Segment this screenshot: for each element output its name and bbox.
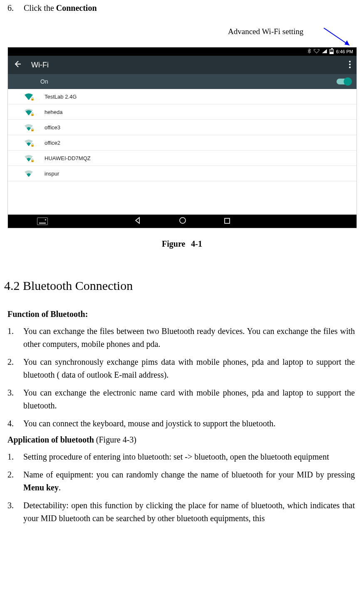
wifi-network-name: office3 [45, 124, 60, 131]
nav-back-icon[interactable] [134, 217, 141, 226]
step-number: 6. [7, 3, 22, 13]
wifi-toggle-row[interactable]: On [8, 74, 357, 89]
list-number: 3. [7, 386, 23, 412]
overflow-menu-icon[interactable] [349, 61, 351, 69]
keyboard-icon[interactable] [37, 218, 48, 225]
svg-point-5 [180, 218, 186, 223]
list-text: You can exchange the files between two B… [23, 325, 355, 351]
wifi-toggle-switch[interactable] [337, 79, 351, 84]
wifi-signal-icon: 🔒 [25, 109, 33, 115]
list-number: 4. [7, 417, 23, 430]
toggle-label: On [40, 78, 48, 85]
list-item: 2.You can synchronously exchange pims da… [7, 356, 355, 381]
lock-icon: 🔒 [30, 128, 35, 131]
list-item: 3.Detectability: open this function by c… [7, 499, 355, 525]
instruction-step: 6. Click the Connection [7, 3, 361, 13]
application-list: 1.Setting procedure of entering into blu… [7, 450, 355, 525]
lock-icon: 🔒 [30, 112, 35, 116]
application-heading-bold: Application of bluetooth [7, 435, 94, 444]
step-bold: Connection [56, 3, 97, 12]
figure-number: 4-1 [191, 239, 202, 248]
list-text: Name of equipment: you can randomly chan… [23, 468, 355, 494]
wifi-network-row[interactable]: 🔒office2 [8, 135, 357, 151]
wifi-signal-icon: 🔒 [25, 155, 33, 161]
list-number: 1. [7, 325, 23, 351]
nav-home-icon[interactable] [179, 217, 186, 226]
figure-label: Figure [162, 239, 185, 248]
battery-icon [329, 49, 334, 54]
list-text: You can exchange the electronic name car… [23, 386, 355, 412]
wifi-network-name: HUAWEI-DD7MQZ [45, 155, 91, 161]
wifi-network-list: 🔒TestLab 2.4G🔒heheda🔒office3🔒office2🔒HUA… [8, 89, 357, 181]
function-list: 1.You can exchange the files between two… [7, 325, 355, 430]
list-number: 2. [7, 356, 23, 381]
function-heading: Function of Bluetooth: [7, 309, 361, 319]
back-icon[interactable] [14, 60, 21, 70]
wifi-signal-icon: 🔒 [25, 124, 33, 131]
wifi-network-row[interactable]: 🔒office3 [8, 120, 357, 135]
wifi-signal-icon: 🔒 [25, 93, 33, 100]
svg-rect-6 [225, 218, 230, 223]
svg-point-3 [349, 64, 351, 65]
wifi-signal-icon [25, 170, 33, 177]
wifi-network-row[interactable]: 🔒HUAWEI-DD7MQZ [8, 151, 357, 166]
appbar-title: Wi-Fi [31, 61, 49, 69]
list-item: 4.You can connect the keyboard, mouse an… [7, 417, 355, 430]
blank-area [8, 181, 357, 215]
wifi-status-icon [314, 49, 319, 54]
list-item: 3.You can exchange the electronic name c… [7, 386, 355, 412]
figure-caption: Figure4-1 [3, 239, 361, 249]
list-text: You can connect the keyboard, mouse and … [23, 417, 355, 430]
wifi-network-name: office2 [45, 140, 60, 146]
list-text: You can synchronously exchange pims data… [23, 356, 355, 381]
application-heading: Application of bluetooth (Figure 4-3) [7, 435, 361, 445]
list-number: 2. [7, 468, 23, 494]
wifi-signal-icon: 🔒 [25, 139, 33, 146]
svg-point-4 [349, 67, 351, 68]
list-item: 2.Name of equipment: you can randomly ch… [7, 468, 355, 494]
list-item: 1.Setting procedure of entering into blu… [7, 450, 355, 463]
nav-recent-icon[interactable] [224, 217, 230, 226]
step-prefix: Click the [24, 3, 56, 12]
wifi-network-name: TestLab 2.4G [45, 94, 77, 100]
wifi-network-name: inspur [45, 171, 59, 177]
list-item: 1.You can exchange the files between two… [7, 325, 355, 351]
annotation-label: Advanced Wi-Fi setting [228, 27, 303, 36]
section-heading: 4.2 Bluetooth Connection [4, 279, 361, 293]
list-number: 3. [7, 499, 23, 525]
list-number: 1. [7, 450, 23, 463]
wifi-network-row[interactable]: 🔒heheda [8, 104, 357, 120]
wifi-network-row[interactable]: 🔒TestLab 2.4G [8, 89, 357, 104]
lock-icon: 🔒 [30, 158, 35, 162]
wifi-network-row[interactable]: inspur [8, 166, 357, 181]
wifi-network-name: heheda [45, 109, 62, 115]
application-heading-rest: (Figure 4-3) [94, 435, 136, 444]
annotation-arrow-icon [324, 28, 353, 53]
list-text: Detectability: open this function by cli… [23, 499, 355, 525]
app-bar: Wi-Fi [8, 56, 357, 74]
svg-point-2 [349, 61, 351, 62]
wifi-screenshot: 6:46 PM Wi-Fi On 🔒TestLab 2.4G🔒heheda🔒of… [7, 47, 357, 228]
status-bar: 6:46 PM [8, 47, 357, 56]
signal-icon [322, 49, 327, 54]
lock-icon: 🔒 [30, 97, 35, 101]
bluetooth-icon [307, 49, 311, 54]
lock-icon: 🔒 [30, 143, 35, 147]
list-text: Setting procedure of entering into bluet… [23, 450, 355, 463]
navigation-bar [8, 215, 357, 228]
annotation-row: Advanced Wi-Fi setting [3, 25, 361, 44]
